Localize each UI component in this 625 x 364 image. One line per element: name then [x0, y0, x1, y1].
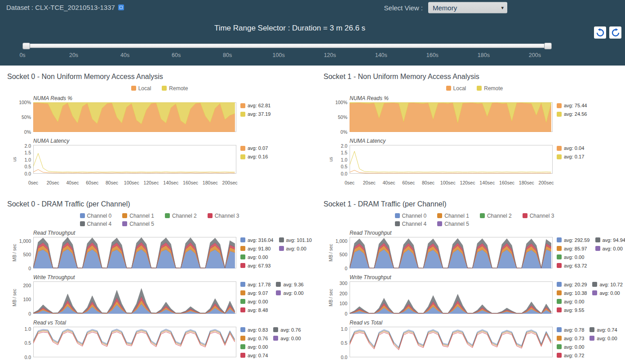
legend-row: Channel 0Channel 1Channel 2Channel 3 [395, 213, 554, 219]
legend-label: Channel 4 [87, 221, 112, 227]
legend-label: Remote [484, 85, 503, 92]
slider-handle-right[interactable] [544, 43, 552, 49]
chart-row: us0.00.51.01.52.0avg: 0.04avg: 0.17 [324, 145, 625, 175]
avg-swatch [240, 254, 245, 259]
avg-value: avg: 0.00 [564, 299, 584, 304]
y-tick-label: 0.5 [341, 340, 347, 346]
avg-swatch [557, 307, 562, 312]
slider-tick-label: 100s [273, 52, 285, 58]
legend-item: Channel 3 [523, 213, 554, 219]
zoom-redo-button[interactable] [609, 26, 621, 39]
x-tick-label: 60sec [86, 180, 98, 185]
avg-legend: avg: 75.44avg: 24.56 [557, 102, 587, 117]
avg-value: avg: 62.81 [248, 103, 270, 108]
avg-chip: avg: 9.36 [276, 282, 303, 287]
avg-chip: avg: 85.97 [557, 246, 590, 251]
chart-block: NUMA Latencyus0.00.51.01.52.0avg: 0.07av… [7, 138, 312, 175]
avg-swatch [590, 336, 594, 341]
avg-swatch [276, 282, 281, 287]
avg-swatch [557, 282, 562, 287]
legend-label: Channel 2 [172, 213, 197, 219]
slider-handle-left[interactable] [22, 43, 30, 49]
legend: Channel 0Channel 1Channel 2Channel 3Chan… [80, 213, 239, 227]
y-tick-label: 100 [339, 301, 347, 306]
avg-value: avg: 9.55 [564, 307, 584, 313]
y-tick-label: 0.0 [24, 355, 31, 360]
avg-legend: avg: 292.59avg: 85.97avg: 0.00avg: 63.72… [557, 237, 625, 268]
avg-swatch [590, 327, 594, 332]
avg-swatch [595, 237, 600, 242]
y-tick-label: 200 [339, 291, 347, 296]
chart-row: 0%50%100%avg: 62.81avg: 37.19 [7, 102, 312, 134]
avg-swatch [557, 154, 562, 159]
plot-area [33, 237, 236, 270]
avg-value: avg: 20.29 [564, 282, 587, 287]
y-tick-label: 2.0 [341, 143, 347, 149]
plot-area [350, 102, 553, 134]
legend-row: Channel 4Channel 5 [395, 221, 469, 227]
legend-swatch [395, 221, 400, 226]
zoom-undo-button[interactable] [594, 26, 606, 39]
chart-title: Write Throughput [33, 274, 312, 281]
y-tick-label: 100% [19, 100, 31, 105]
charts-grid: Socket 0 - Non Uniform Memory Access Ana… [0, 66, 625, 364]
avg-column: avg: 10.72avg: 0.00 [592, 282, 622, 313]
x-tick-label: 100sec [124, 180, 139, 185]
legend-row: Channel 4Channel 5 [80, 221, 154, 227]
chart-block: Read vs Total0.00.51.0avg: 0.83avg: 0.76… [7, 320, 312, 359]
chart-row: MB / sec0100200300avg: 20.29avg: 10.38av… [324, 281, 625, 316]
avg-column: avg: 0.78avg: 0.73avg: 0.00avg: 0.72 [557, 327, 584, 358]
y-axis: 0.00.51.0 [324, 327, 350, 357]
legend-item: Channel 1 [122, 213, 154, 219]
avg-swatch [240, 263, 245, 268]
avg-value: avg: 0.07 [248, 145, 268, 151]
avg-value: avg: 37.19 [248, 111, 270, 117]
avg-chip: avg: 0.78 [557, 327, 584, 333]
redo-arrow-icon [611, 28, 620, 37]
panel-legend: LocalRemote [7, 84, 312, 92]
slider-tick-label: 200s [529, 52, 541, 58]
avg-value: avg: 75.44 [564, 103, 587, 108]
avg-swatch [557, 237, 562, 242]
legend-label: Channel 5 [444, 221, 469, 227]
legend-swatch [165, 213, 170, 218]
x-tick-label: 140sec [479, 180, 495, 185]
y-tick-label: 0 [28, 311, 31, 316]
avg-value: avg: 0.00 [597, 336, 617, 341]
avg-chip: avg: 292.59 [557, 237, 590, 243]
legend-row: Channel 0Channel 1Channel 2Channel 3 [80, 213, 239, 219]
avg-chip: avg: 0.00 [240, 299, 270, 304]
time-range-slider[interactable] [22, 44, 552, 48]
legend: LocalRemote [131, 85, 188, 92]
view-select[interactable]: Memory ▾ [428, 2, 507, 13]
legend-swatch [480, 213, 485, 218]
panel-title: Socket 1 - Non Uniform Memory Access Ana… [324, 73, 625, 81]
slider-tick-label: 60s [172, 52, 181, 58]
panel-socket1-numa: Socket 1 - Non Uniform Memory Access Ana… [324, 73, 625, 187]
avg-value: avg: 0.00 [564, 254, 584, 260]
avg-swatch [240, 299, 245, 304]
avg-chip: avg: 0.00 [595, 246, 625, 251]
avg-column: avg: 0.74avg: 0.00 [590, 327, 617, 358]
avg-column: avg: 101.10avg: 0.00 [279, 237, 312, 268]
chart-row: MB / sec05001,000avg: 292.59avg: 85.97av… [324, 237, 625, 270]
avg-value: avg: 9.36 [283, 282, 303, 287]
y-tick-label: 0 [345, 266, 347, 271]
legend-swatch [477, 86, 482, 91]
slider-tick-label: 120s [324, 52, 336, 58]
copy-icon[interactable] [118, 4, 124, 10]
legend-label: Channel 3 [530, 213, 554, 219]
x-tick-label: 200sec [222, 180, 238, 185]
y-axis: MB / sec05001,000 [7, 237, 33, 268]
chart-canvas [33, 327, 236, 357]
avg-chip: avg: 0.73 [557, 336, 584, 341]
x-tick-label: 180sec [203, 180, 218, 185]
dataset-text: Dataset : CLX-TCE_20210513-1337 [6, 4, 115, 11]
avg-value: avg: 0.00 [280, 336, 301, 341]
chart-row: MB / sec05001,000avg: 316.04avg: 91.80av… [7, 237, 312, 270]
y-tick-label: 300 [339, 281, 347, 286]
avg-chip: avg: 0.76 [240, 336, 268, 341]
legend-item: Channel 0 [395, 213, 427, 219]
avg-chip: avg: 0.17 [557, 154, 584, 159]
y-tick-label: 1,000 [19, 238, 31, 244]
